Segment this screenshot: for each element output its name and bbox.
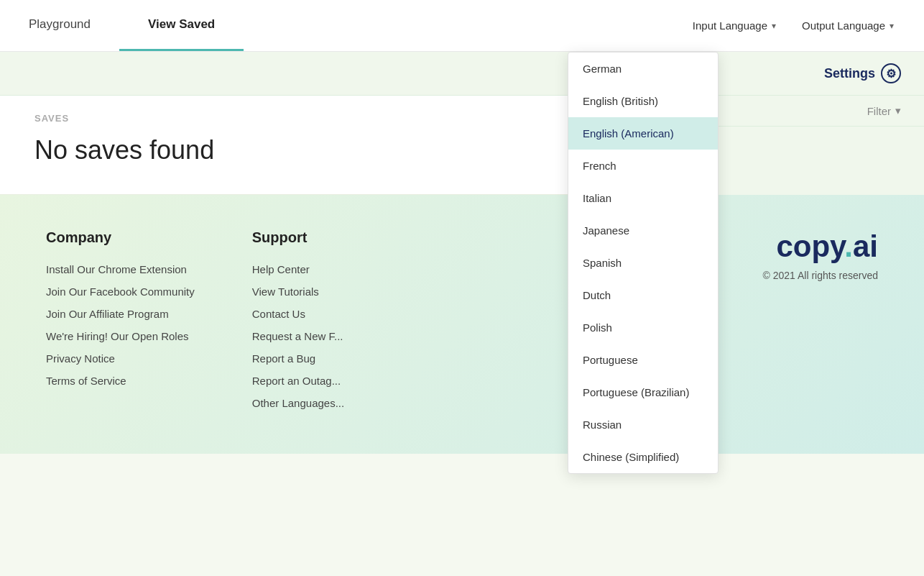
input-language-label: Input Language — [693, 19, 767, 32]
dropdown-item[interactable]: Chinese (Simplified) — [568, 441, 718, 473]
dropdown-item[interactable]: Spanish — [568, 247, 718, 279]
footer-link-facebook[interactable]: Join Our Facebook Community — [46, 285, 195, 298]
nav-view-saved[interactable]: View Saved — [119, 0, 244, 51]
brand-name-prefix: copy — [776, 229, 844, 263]
dropdown-item[interactable]: Polish — [568, 311, 718, 344]
filter-label: Filter — [867, 105, 891, 117]
brand-logo: copy.ai — [776, 229, 878, 264]
footer-link-help[interactable]: Help Center — [252, 263, 344, 275]
left-panel: SAVES No saves found — [0, 96, 622, 195]
header: Playground View Saved Input Language ▾ O… — [0, 0, 924, 52]
dropdown-item[interactable]: French — [568, 150, 718, 182]
dropdown-item[interactable]: Japanese — [568, 214, 718, 247]
output-language-button[interactable]: Output Language ▾ — [795, 15, 901, 36]
dropdown-item[interactable]: English (American) — [568, 117, 718, 150]
copyright-text: © 2021 All rights reserved — [762, 270, 878, 281]
settings-button[interactable]: Settings ⚙ — [824, 63, 901, 83]
brand-section: copy.ai © 2021 All rights reserved — [762, 229, 878, 419]
footer-link-bug[interactable]: Report a Bug — [252, 352, 344, 365]
dropdown-scroll-area[interactable]: GermanEnglish (British)English (American… — [568, 52, 718, 473]
dropdown-item[interactable]: Portuguese (Brazilian) — [568, 376, 718, 408]
dropdown-item[interactable]: Italian — [568, 182, 718, 214]
saves-section: SAVES No saves found — [0, 96, 622, 195]
output-language-label: Output Language — [802, 19, 885, 32]
footer-link-tutorials[interactable]: View Tutorials — [252, 285, 344, 298]
dropdown-item[interactable]: Dutch — [568, 279, 718, 311]
dropdown-item[interactable]: German — [568, 52, 718, 85]
company-heading: Company — [46, 229, 195, 246]
nav-playground[interactable]: Playground — [0, 0, 119, 51]
footer-link-request[interactable]: Request a New F... — [252, 330, 344, 342]
output-language-chevron-icon: ▾ — [890, 21, 894, 31]
filter-button[interactable]: Filter ▾ — [867, 104, 901, 117]
content-area: SAVES No saves found Filter ▾ — [0, 96, 924, 195]
input-language-chevron-icon: ▾ — [772, 21, 776, 31]
input-language-button[interactable]: Input Language ▾ — [685, 15, 783, 36]
footer-link-hiring[interactable]: We're Hiring! Our Open Roles — [46, 330, 195, 342]
footer-link-contact[interactable]: Contact Us — [252, 308, 344, 320]
support-heading: Support — [252, 229, 344, 246]
footer-link-chrome[interactable]: Install Our Chrome Extension — [46, 263, 195, 275]
footer-link-privacy[interactable]: Privacy Notice — [46, 352, 195, 365]
saves-label: SAVES — [34, 113, 588, 124]
company-column: Company Install Our Chrome Extension Joi… — [46, 229, 195, 419]
footer-link-outage[interactable]: Report an Outag... — [252, 375, 344, 387]
brand-name-suffix: ai — [853, 229, 878, 263]
header-controls: Input Language ▾ Output Language ▾ — [685, 0, 924, 51]
settings-bar: Settings ⚙ — [0, 52, 924, 96]
settings-label: Settings — [824, 66, 875, 81]
dropdown-item[interactable]: English (British) — [568, 85, 718, 117]
language-dropdown[interactable]: GermanEnglish (British)English (American… — [568, 52, 719, 474]
main-nav: Playground View Saved — [0, 0, 685, 51]
gear-icon: ⚙ — [881, 63, 901, 83]
filter-chevron-icon: ▾ — [895, 104, 901, 117]
brand-dot: . — [844, 229, 853, 263]
support-column: Support Help Center View Tutorials Conta… — [252, 229, 344, 419]
footer-link-tos[interactable]: Terms of Service — [46, 375, 195, 387]
footer: Company Install Our Chrome Extension Joi… — [0, 195, 924, 454]
footer-link-languages[interactable]: Other Languages... — [252, 397, 344, 409]
no-saves-message: No saves found — [34, 135, 588, 165]
dropdown-item[interactable]: Portuguese — [568, 344, 718, 376]
footer-link-affiliate[interactable]: Join Our Affiliate Program — [46, 308, 195, 320]
dropdown-item[interactable]: Russian — [568, 408, 718, 441]
